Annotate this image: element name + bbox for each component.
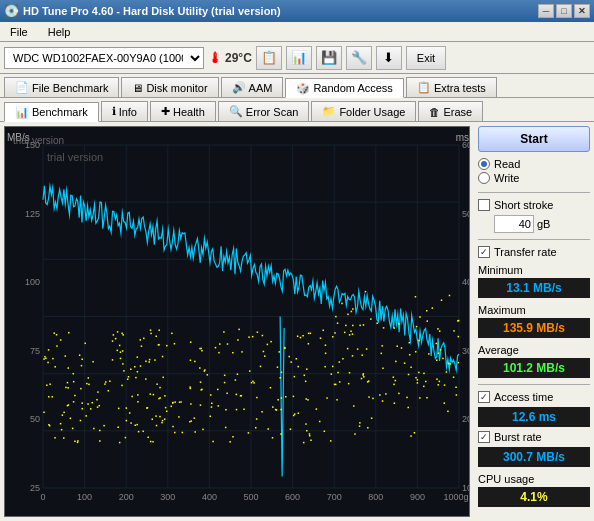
access-time-label: Access time <box>494 391 553 403</box>
right-panel: Start Read Write Short stroke gB Transfe… <box>474 122 594 521</box>
burst-rate-checkbox[interactable] <box>478 431 490 443</box>
average-label: Average <box>478 344 590 356</box>
exit-button[interactable]: Exit <box>406 46 446 70</box>
transfer-rate-checkbox[interactable] <box>478 246 490 258</box>
toolbar-btn-4[interactable]: 🔧 <box>346 46 372 70</box>
read-label: Read <box>494 158 520 170</box>
transfer-rate-row[interactable]: Transfer rate <box>478 246 590 258</box>
transfer-rate-label: Transfer rate <box>494 246 557 258</box>
maximum-label: Maximum <box>478 304 590 316</box>
read-radio[interactable]: Read <box>478 158 590 170</box>
average-value: 101.2 MB/s <box>478 358 590 378</box>
cpu-label: CPU usage <box>478 473 590 485</box>
file-benchmark-icon: 📄 <box>15 81 29 94</box>
close-button[interactable]: ✕ <box>574 4 590 18</box>
average-stat: Average 101.2 MB/s <box>478 344 590 378</box>
minimum-value: 13.1 MB/s <box>478 278 590 298</box>
minimum-stat: Minimum 13.1 MB/s <box>478 264 590 298</box>
title-bar: 💽 HD Tune Pro 4.60 - Hard Disk Utility (… <box>0 0 594 22</box>
separator-1 <box>478 192 590 193</box>
short-stroke-row[interactable]: Short stroke <box>478 199 590 211</box>
burst-rate-row[interactable]: Burst rate <box>478 431 590 443</box>
menu-bar: File Help <box>0 22 594 42</box>
drive-select[interactable]: WDC WD1002FAEX-00Y9A0 (1000 gB) <box>4 47 204 69</box>
info-icon: ℹ <box>112 105 116 118</box>
watermark: trial version <box>13 135 64 146</box>
access-time-checkbox[interactable] <box>478 391 490 403</box>
disk-monitor-icon: 🖥 <box>132 82 143 94</box>
minimize-button[interactable]: ─ <box>538 4 554 18</box>
error-scan-icon: 🔍 <box>229 105 243 118</box>
health-icon: ✚ <box>161 105 170 118</box>
benchmark-icon: 📊 <box>15 106 29 119</box>
toolbar-btn-3[interactable]: 💾 <box>316 46 342 70</box>
minimum-label: Minimum <box>478 264 590 276</box>
tab-disk-monitor[interactable]: 🖥 Disk monitor <box>121 77 218 97</box>
tab-erase[interactable]: 🗑 Erase <box>418 101 483 121</box>
benchmark-chart <box>5 127 470 517</box>
main-content: trial version Start Read Write Short str… <box>0 122 594 521</box>
toolbar-btn-2[interactable]: 📊 <box>286 46 312 70</box>
tab-error-scan[interactable]: 🔍 Error Scan <box>218 101 310 121</box>
separator-2 <box>478 239 590 240</box>
tab-info[interactable]: ℹ Info <box>101 101 148 121</box>
menu-file[interactable]: File <box>4 24 34 40</box>
separator-3 <box>478 384 590 385</box>
app-icon: 💽 <box>4 4 19 18</box>
tab-folder-usage[interactable]: 📁 Folder Usage <box>311 101 416 121</box>
tab-extra-tests[interactable]: 📋 Extra tests <box>406 77 497 97</box>
maximum-stat: Maximum 135.9 MB/s <box>478 304 590 338</box>
mode-radio-group: Read Write <box>478 156 590 186</box>
erase-icon: 🗑 <box>429 106 440 118</box>
access-time-row[interactable]: Access time <box>478 391 590 403</box>
access-time-value: 12.6 ms <box>478 407 590 427</box>
chart-area: trial version <box>4 126 470 517</box>
tabs-row-2: 📊 Benchmark ℹ Info ✚ Health 🔍 Error Scan… <box>0 98 594 122</box>
read-radio-indicator <box>478 158 490 170</box>
tab-aam[interactable]: 🔊 AAM <box>221 77 284 97</box>
temperature-value: 29°C <box>225 51 252 65</box>
tab-file-benchmark[interactable]: 📄 File Benchmark <box>4 77 119 97</box>
aam-icon: 🔊 <box>232 81 246 94</box>
write-radio[interactable]: Write <box>478 172 590 184</box>
tabs-row-1: 📄 File Benchmark 🖥 Disk monitor 🔊 AAM 🎲 … <box>0 74 594 98</box>
cpu-stat: CPU usage 4.1% <box>478 473 590 507</box>
toolbar: WDC WD1002FAEX-00Y9A0 (1000 gB) 🌡 29°C 📋… <box>0 42 594 74</box>
window-title: HD Tune Pro 4.60 - Hard Disk Utility (tr… <box>23 5 281 17</box>
gb-input[interactable] <box>494 215 534 233</box>
temperature-display: 🌡 29°C <box>208 50 252 66</box>
write-label: Write <box>494 172 519 184</box>
cpu-value: 4.1% <box>478 487 590 507</box>
random-access-icon: 🎲 <box>296 82 310 95</box>
start-button[interactable]: Start <box>478 126 590 152</box>
menu-help[interactable]: Help <box>42 24 77 40</box>
burst-rate-value: 300.7 MB/s <box>478 447 590 467</box>
gb-input-row: gB <box>478 215 590 233</box>
burst-rate-label: Burst rate <box>494 431 542 443</box>
thermometer-icon: 🌡 <box>208 50 222 66</box>
short-stroke-checkbox[interactable] <box>478 199 490 211</box>
short-stroke-label: Short stroke <box>494 199 553 211</box>
maximize-button[interactable]: □ <box>556 4 572 18</box>
write-radio-indicator <box>478 172 490 184</box>
toolbar-btn-1[interactable]: 📋 <box>256 46 282 70</box>
folder-usage-icon: 📁 <box>322 105 336 118</box>
extra-tests-icon: 📋 <box>417 81 431 94</box>
tab-health[interactable]: ✚ Health <box>150 101 216 121</box>
tab-benchmark[interactable]: 📊 Benchmark <box>4 102 99 122</box>
toolbar-btn-5[interactable]: ⬇ <box>376 46 402 70</box>
tab-random-access[interactable]: 🎲 Random Access <box>285 78 403 98</box>
title-buttons: ─ □ ✕ <box>538 4 590 18</box>
gb-unit: gB <box>537 218 550 230</box>
maximum-value: 135.9 MB/s <box>478 318 590 338</box>
